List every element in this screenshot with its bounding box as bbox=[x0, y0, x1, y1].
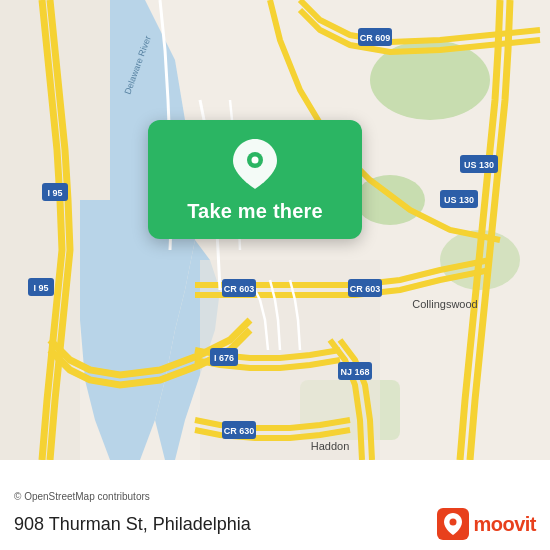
svg-text:I 95: I 95 bbox=[47, 188, 62, 198]
svg-text:CR 609: CR 609 bbox=[360, 33, 391, 43]
svg-point-36 bbox=[450, 519, 457, 526]
take-me-there-button[interactable]: Take me there bbox=[148, 120, 362, 239]
svg-text:NJ 168: NJ 168 bbox=[340, 367, 369, 377]
svg-text:Collingswood: Collingswood bbox=[412, 298, 477, 310]
svg-text:I 95: I 95 bbox=[33, 283, 48, 293]
moovit-brand-text: moovit bbox=[473, 513, 536, 536]
address-row: 908 Thurman St, Philadelphia moovit bbox=[14, 508, 536, 540]
svg-text:Haddon: Haddon bbox=[311, 440, 350, 452]
moovit-logo: moovit bbox=[437, 508, 536, 540]
map-container: Delaware River I 95 I 95 US 130 US 130 C… bbox=[0, 0, 550, 460]
svg-text:US 130: US 130 bbox=[444, 195, 474, 205]
moovit-icon bbox=[437, 508, 469, 540]
address-text: 908 Thurman St, Philadelphia bbox=[14, 514, 251, 535]
osm-attribution: © OpenStreetMap contributors bbox=[14, 491, 536, 502]
svg-text:US 130: US 130 bbox=[464, 160, 494, 170]
svg-point-4 bbox=[355, 175, 425, 225]
svg-text:I 676: I 676 bbox=[214, 353, 234, 363]
location-pin-icon bbox=[229, 138, 281, 190]
bottom-bar: © OpenStreetMap contributors 908 Thurman… bbox=[0, 460, 550, 550]
take-me-there-label: Take me there bbox=[187, 200, 323, 223]
svg-text:CR 630: CR 630 bbox=[224, 426, 255, 436]
svg-point-34 bbox=[252, 157, 259, 164]
svg-text:CR 603: CR 603 bbox=[350, 284, 381, 294]
svg-text:CR 603: CR 603 bbox=[224, 284, 255, 294]
